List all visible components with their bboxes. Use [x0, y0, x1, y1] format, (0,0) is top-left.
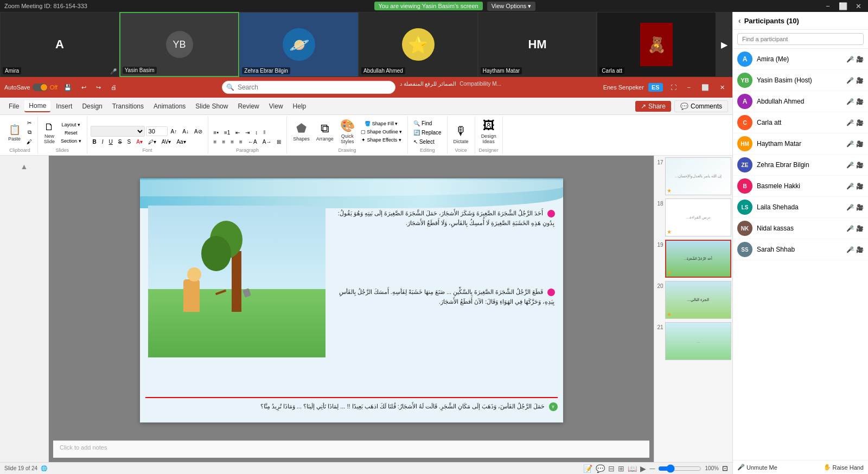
- slide-notes[interactable]: Click to add notes: [53, 440, 649, 458]
- menu-review[interactable]: Review: [233, 101, 263, 112]
- view-options-button[interactable]: View Options ▾: [487, 2, 536, 11]
- find-button[interactable]: 🔍 Find: [411, 119, 444, 127]
- notes-toggle-button[interactable]: 📝: [583, 464, 592, 473]
- ltr-text[interactable]: A→: [260, 138, 274, 146]
- font-size-increase[interactable]: A↑: [169, 127, 180, 136]
- thumb-item-19[interactable]: 19 أَحَدَ الرَّجُلُ الشَّجَرَةَ... ★: [654, 238, 732, 279]
- slide-sorter-button[interactable]: ⊞: [618, 464, 624, 473]
- ppt-close-button[interactable]: ✕: [717, 82, 728, 93]
- highlight-button[interactable]: 🖊▾: [146, 138, 158, 146]
- menu-insert[interactable]: Insert: [52, 101, 76, 112]
- slide-panel-up[interactable]: ▲: [21, 162, 28, 171]
- thumb-item-21[interactable]: 21 ...: [654, 321, 732, 362]
- quick-print-button[interactable]: 🖨: [107, 82, 120, 93]
- participant-icons-amira: 🎤̶ 🎥̶: [846, 56, 864, 63]
- zoom-slider[interactable]: [658, 464, 701, 473]
- paste-icon: 📋: [9, 124, 21, 136]
- font-name-selector[interactable]: [91, 126, 145, 137]
- drawing-group: ⬟ Shapes ⧉ Arrange 🎨 QuickStyles 🪣 S: [287, 116, 408, 154]
- menu-slideshow[interactable]: Slide Show: [191, 101, 232, 112]
- normal-view-button[interactable]: ⊟: [608, 464, 615, 473]
- arrange-button[interactable]: ⧉ Arrange: [314, 120, 336, 143]
- menu-design[interactable]: Design: [78, 101, 106, 112]
- indent-more[interactable]: ⇥: [243, 129, 252, 137]
- unmute-me-button[interactable]: 🎤 Unmute Me: [737, 464, 777, 471]
- strikethrough-button[interactable]: S: [116, 138, 124, 146]
- font-size-input[interactable]: [146, 126, 168, 136]
- maximize-button[interactable]: ⬜: [838, 2, 848, 10]
- slideshow-button[interactable]: ▶: [640, 464, 646, 473]
- comments-button[interactable]: 💬 Comments: [674, 100, 728, 112]
- indent-less[interactable]: ⇤: [233, 129, 242, 137]
- shapes-button[interactable]: ⬟ Shapes: [290, 120, 312, 143]
- fit-slide-button[interactable]: ⊡: [722, 464, 728, 472]
- find-participant-input[interactable]: [737, 33, 864, 45]
- select-button[interactable]: ↖ Select: [411, 138, 444, 146]
- smart-art[interactable]: ⊞: [275, 138, 283, 146]
- char-spacing[interactable]: AV▾: [159, 138, 174, 146]
- change-case[interactable]: Aa▾: [174, 138, 188, 146]
- shape-outline-button[interactable]: ▢ Shape Outline ▾: [359, 128, 404, 136]
- ppt-search-input[interactable]: [222, 81, 395, 94]
- ppt-fullscreen-button[interactable]: ⛶: [667, 82, 680, 93]
- dictate-button[interactable]: 🎙 Dictate: [451, 123, 471, 146]
- reading-view-button[interactable]: 📖: [628, 464, 637, 473]
- raise-hand-button[interactable]: ✋ Raise Hand: [824, 464, 864, 471]
- menu-transitions[interactable]: Transitions: [108, 101, 148, 112]
- menu-animations[interactable]: Animations: [149, 101, 190, 112]
- reset-button[interactable]: Reset: [59, 129, 84, 137]
- bullets-button[interactable]: ≡•: [212, 129, 221, 137]
- font-color-button[interactable]: A▾: [134, 138, 145, 146]
- share-button[interactable]: ↗ Share: [635, 101, 671, 112]
- numbering-button[interactable]: ≡1: [222, 129, 232, 137]
- slides-left-panel: ▲: [0, 156, 49, 462]
- underline-button[interactable]: U: [107, 138, 115, 146]
- unmute-icon: 🎤: [737, 464, 745, 471]
- redo-button[interactable]: ↪: [93, 82, 104, 93]
- comments-toggle-button[interactable]: 💬: [596, 464, 605, 473]
- rtl-text[interactable]: ←A: [246, 138, 259, 146]
- slide-frame[interactable]: أَحَدَ الرَّجُلُ الشَّجَرَةَ الصَّغِيرَة…: [140, 178, 563, 422]
- close-button[interactable]: ✕: [853, 2, 864, 10]
- italic-button[interactable]: I: [100, 138, 106, 146]
- shape-effects-button[interactable]: ✦ Shape Effects ▾: [359, 136, 404, 144]
- copy-button[interactable]: ⧉: [24, 128, 34, 137]
- clear-formatting[interactable]: A⊘: [192, 127, 205, 136]
- format-painter-button[interactable]: 🖌: [24, 138, 34, 146]
- menu-help[interactable]: Help: [289, 101, 311, 112]
- align-center[interactable]: ≡: [220, 138, 227, 146]
- green-num: ٧: [549, 402, 558, 411]
- video-participant-yasin: YB Yasin Basim: [119, 12, 240, 77]
- autosave-toggle[interactable]: [33, 84, 48, 91]
- menu-home[interactable]: Home: [24, 100, 50, 112]
- back-arrow-icon[interactable]: ‹: [738, 16, 741, 25]
- font-size-decrease[interactable]: A↓: [180, 127, 191, 136]
- minimize-button[interactable]: −: [822, 2, 833, 10]
- bold-button[interactable]: B: [91, 138, 99, 146]
- design-ideas-button[interactable]: 🖼 DesignIdeas: [478, 117, 499, 146]
- video-next-button[interactable]: ▶: [716, 12, 732, 77]
- replace-button[interactable]: 🔄 Replace: [411, 129, 444, 137]
- columns[interactable]: ⫴: [261, 128, 267, 137]
- undo-button[interactable]: ↩: [78, 82, 90, 93]
- thumb-item-20[interactable]: 20 الجزء التالي... ★: [654, 279, 732, 321]
- section-button[interactable]: Section ▾: [59, 137, 84, 145]
- ppt-maximize-button[interactable]: ⬜: [698, 82, 712, 93]
- line-spacing[interactable]: ↕: [253, 129, 260, 137]
- menu-view[interactable]: View: [265, 101, 288, 112]
- align-justify[interactable]: ≡: [237, 138, 245, 146]
- shape-fill-button[interactable]: 🪣 Shape Fill ▾: [359, 120, 404, 127]
- thumb-item-17[interactable]: 17 إن الله يامر بالعدل والإحسان... ★: [654, 156, 732, 197]
- cut-button[interactable]: ✂: [24, 119, 34, 127]
- ppt-minimize-button[interactable]: −: [684, 82, 694, 93]
- quick-styles-button[interactable]: 🎨 QuickStyles: [337, 117, 358, 146]
- shadow-button[interactable]: S: [125, 138, 133, 146]
- thumb-item-18[interactable]: 18 درس القراءة... ★: [654, 197, 732, 238]
- save-button[interactable]: 💾: [61, 82, 75, 93]
- align-left[interactable]: ≡: [212, 138, 219, 146]
- align-right[interactable]: ≡: [228, 138, 236, 146]
- layout-button[interactable]: Layout ▾: [59, 121, 84, 129]
- new-slide-button[interactable]: 🗋 NewSlide: [41, 120, 58, 146]
- paste-button[interactable]: 📋 Paste: [5, 122, 23, 143]
- menu-file[interactable]: File: [4, 101, 23, 112]
